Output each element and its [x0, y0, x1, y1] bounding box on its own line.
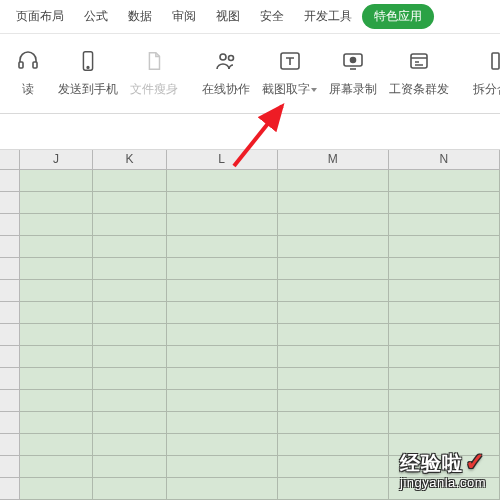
cell[interactable] — [20, 368, 93, 390]
cell[interactable] — [20, 214, 93, 236]
cell[interactable] — [20, 170, 93, 192]
cell[interactable] — [20, 192, 93, 214]
cell[interactable] — [278, 258, 389, 280]
cell[interactable] — [167, 170, 278, 192]
cell[interactable] — [167, 390, 278, 412]
cell[interactable] — [20, 434, 93, 456]
row-header[interactable] — [0, 170, 20, 192]
cell[interactable] — [389, 302, 500, 324]
chevron-down-icon[interactable] — [311, 88, 317, 92]
row-header[interactable] — [0, 302, 20, 324]
menu-data[interactable]: 数据 — [118, 2, 162, 31]
cell[interactable] — [93, 346, 166, 368]
cell[interactable] — [389, 192, 500, 214]
menu-page-layout[interactable]: 页面布局 — [6, 2, 74, 31]
select-all-corner[interactable] — [0, 150, 20, 169]
cell[interactable] — [167, 324, 278, 346]
row-header[interactable] — [0, 478, 20, 500]
menu-devtools[interactable]: 开发工具 — [294, 2, 362, 31]
cell[interactable] — [389, 456, 500, 478]
cell[interactable] — [167, 236, 278, 258]
row-header[interactable] — [0, 390, 20, 412]
row-header[interactable] — [0, 324, 20, 346]
row-header[interactable] — [0, 280, 20, 302]
column-header-K[interactable]: K — [93, 150, 166, 169]
menu-featured-apps[interactable]: 特色应用 — [362, 4, 434, 29]
send-to-phone-button[interactable]: 发送到手机 — [52, 43, 124, 102]
cell[interactable] — [278, 302, 389, 324]
cell[interactable] — [20, 456, 93, 478]
cell[interactable] — [20, 324, 93, 346]
cell[interactable] — [93, 214, 166, 236]
cell[interactable] — [167, 478, 278, 500]
cell[interactable] — [93, 390, 166, 412]
cell[interactable] — [278, 456, 389, 478]
column-header-N[interactable]: N — [389, 150, 500, 169]
cell[interactable] — [389, 258, 500, 280]
cell[interactable] — [389, 280, 500, 302]
cell[interactable] — [93, 368, 166, 390]
cell[interactable] — [93, 456, 166, 478]
menu-review[interactable]: 审阅 — [162, 2, 206, 31]
screenshot-ocr-button[interactable]: 截图取字 — [256, 43, 323, 102]
cell[interactable] — [20, 302, 93, 324]
cell[interactable] — [167, 192, 278, 214]
cell[interactable] — [167, 258, 278, 280]
row-header[interactable] — [0, 412, 20, 434]
cell[interactable] — [93, 434, 166, 456]
cell[interactable] — [20, 478, 93, 500]
cell[interactable] — [389, 478, 500, 500]
cell[interactable] — [167, 412, 278, 434]
cell[interactable] — [93, 478, 166, 500]
cell[interactable] — [278, 346, 389, 368]
cell[interactable] — [389, 236, 500, 258]
cell[interactable] — [278, 324, 389, 346]
cell[interactable] — [389, 324, 500, 346]
cell[interactable] — [278, 368, 389, 390]
row-header[interactable] — [0, 434, 20, 456]
column-header-L[interactable]: L — [167, 150, 278, 169]
cell[interactable] — [167, 346, 278, 368]
menu-security[interactable]: 安全 — [250, 2, 294, 31]
cell[interactable] — [93, 236, 166, 258]
cell[interactable] — [278, 390, 389, 412]
cell[interactable] — [389, 434, 500, 456]
cell[interactable] — [278, 192, 389, 214]
cell[interactable] — [389, 368, 500, 390]
cell[interactable] — [389, 170, 500, 192]
cell[interactable] — [167, 456, 278, 478]
cell[interactable] — [278, 412, 389, 434]
cell[interactable] — [278, 280, 389, 302]
menu-formula[interactable]: 公式 — [74, 2, 118, 31]
read-button[interactable]: 读 — [4, 43, 52, 102]
row-header[interactable] — [0, 368, 20, 390]
cell[interactable] — [278, 434, 389, 456]
cell[interactable] — [93, 412, 166, 434]
cell[interactable] — [278, 214, 389, 236]
cell[interactable] — [167, 434, 278, 456]
cell[interactable] — [20, 258, 93, 280]
cell[interactable] — [20, 346, 93, 368]
cell[interactable] — [20, 412, 93, 434]
column-header-J[interactable]: J — [20, 150, 93, 169]
cell[interactable] — [389, 390, 500, 412]
cell[interactable] — [389, 346, 500, 368]
cell[interactable] — [167, 302, 278, 324]
cell[interactable] — [20, 280, 93, 302]
cell[interactable] — [93, 170, 166, 192]
cell[interactable] — [93, 192, 166, 214]
cell[interactable] — [93, 324, 166, 346]
cell[interactable] — [20, 236, 93, 258]
grid[interactable] — [0, 170, 500, 500]
row-header[interactable] — [0, 192, 20, 214]
cell[interactable] — [389, 412, 500, 434]
row-header[interactable] — [0, 258, 20, 280]
row-header[interactable] — [0, 214, 20, 236]
cell[interactable] — [93, 302, 166, 324]
payroll-send-button[interactable]: 工资条群发 — [383, 43, 455, 102]
cell[interactable] — [278, 170, 389, 192]
row-header[interactable] — [0, 236, 20, 258]
screen-record-button[interactable]: 屏幕录制 — [323, 43, 383, 102]
column-header-M[interactable]: M — [278, 150, 389, 169]
row-header[interactable] — [0, 456, 20, 478]
